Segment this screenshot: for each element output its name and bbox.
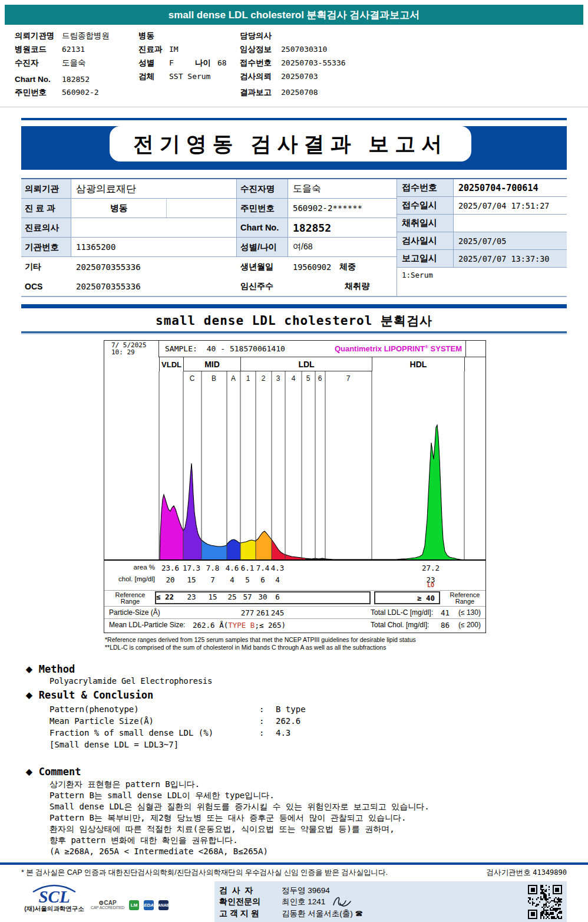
- field-value: 도을숙: [62, 58, 86, 68]
- svg-text:2: 2: [262, 374, 266, 383]
- report-title-bar: small dense LDL cholesterol 분획검사 검사결과보고서: [5, 5, 583, 25]
- area-value-hdl: 27.2: [417, 564, 444, 572]
- lm-cert-logo: LM: [129, 900, 139, 910]
- staff-list: 검 사 자 정두영 39694 확인전문의 최인호 1241 고 객 지 원 김…: [219, 884, 523, 920]
- comment-line: 향후 pattern 변화에 대한 확인을 권유합니다.: [49, 835, 588, 846]
- lab-number-value: 41349890: [533, 868, 567, 877]
- banner-title: 전기영동 검사결과 보고서: [133, 130, 448, 158]
- field-label: 병원코드: [15, 44, 62, 55]
- field-label: 나이: [195, 58, 217, 68]
- row-label: chol. [mg/dl]: [105, 575, 155, 582]
- svg-text:4: 4: [292, 374, 296, 383]
- cell-value: 11365200: [71, 238, 237, 256]
- field-value: 20250703-55336: [281, 58, 346, 67]
- diamond-icon: ◆: [26, 690, 32, 700]
- svg-text:6: 6: [318, 374, 322, 383]
- footer-logos: SCL (재)서울의과학연구소 ⚙CAP CAP ACCREDITED LM E…: [21, 881, 209, 922]
- cell-label: 검사일시: [397, 232, 454, 249]
- band-label-hdl: HDL: [372, 357, 464, 371]
- cell-label: OCS: [21, 276, 71, 296]
- certification-badges: ⚙CAP CAP ACCREDITED LM EDA ANAB: [91, 900, 169, 910]
- field-label: 병동: [138, 31, 169, 41]
- table-row: 진 료 과 병동 주민번호 560902-2******: [21, 199, 397, 218]
- cell-value: 2025/07/05: [454, 232, 567, 249]
- svg-text:3: 3: [276, 374, 280, 383]
- chol-row: chol. [mg/dl] 20 15 7 4 5 6 4 23 LO: [104, 574, 485, 590]
- cell-value: 도을숙: [288, 179, 397, 198]
- cell-label: 체중: [339, 262, 356, 272]
- chart-band-header: VLDL MID LDL HDL: [104, 357, 485, 371]
- sample-label: SAMPLE:: [165, 344, 197, 353]
- type-flag: TYPE B: [228, 621, 255, 630]
- cell-value: 병동: [71, 199, 167, 218]
- field-label: 의뢰기관명: [15, 31, 62, 41]
- cell-value: 19560902: [293, 262, 331, 272]
- cell-label: Chart No.: [237, 218, 288, 237]
- comment-line: Small dense LDL은 심혈관 질환의 위험도를 증가시킬 수 있는 …: [49, 801, 588, 812]
- comment-line: 상기환자 표현형은 pattern B입니다.: [49, 779, 588, 790]
- staff-label: 검 사 자: [219, 885, 276, 896]
- patient-info-col1: 의뢰기관명드림종합병원 병원코드62131 수진자도을숙 Chart No.18…: [15, 31, 138, 101]
- table-row: 진료의사 Chart No. 182852: [21, 218, 397, 238]
- cell-label: 주민번호: [237, 199, 288, 218]
- chart-stats: area % 23.6 17.3 7.8 4.6 6.1 7.4 4.3 27.…: [104, 562, 485, 633]
- svg-text:C: C: [190, 374, 195, 383]
- mean-size-value: 262.6 Å(TYPE B;≤ 265): [193, 621, 286, 630]
- band-label-ldl: LDL: [240, 357, 372, 371]
- total-ldl-value: 41: [432, 608, 450, 617]
- field-label: 임상정보: [240, 44, 281, 55]
- lipoprint-chart: 7/ 5/2025 10: 29 SAMPLE: 40 - 5185700614…: [104, 340, 486, 633]
- field-value: 68: [217, 58, 227, 67]
- heading-text: Comment: [39, 766, 81, 778]
- band-tail-cell: [464, 357, 485, 371]
- section-divider: [21, 304, 567, 308]
- cell-label: 의뢰기관: [21, 179, 71, 198]
- low-flag: LO: [417, 582, 444, 588]
- comment-line: Pattern B는 복부비만, 제2형 당뇨병 또는 대사 증후군 등에서 많…: [49, 812, 588, 824]
- staff-box: 검 사 자 정두영 39694 확인전문의 최인호 1241 고 객 지 원 김…: [214, 881, 567, 922]
- cell-label: 접수번호: [397, 179, 454, 196]
- result-note: [Small dense LDL = LDL3~7]: [49, 739, 588, 750]
- chart-datetime: 7/ 5/2025 10: 29: [104, 341, 159, 357]
- table-row: OCS 2025070355336 임신주수 채취량: [21, 276, 397, 296]
- cell-value: [71, 218, 237, 237]
- staff-row: 고 객 지 원 김동환 서울서초(출) ☎: [219, 908, 523, 919]
- result-row: Fraction % of small dense LDL (%) : 4.3: [49, 727, 588, 739]
- patient-info-col3: 담당의사 임상정보2507030310 접수번호20250703-55336 검…: [240, 31, 493, 101]
- cell-value: [454, 215, 567, 232]
- scl-logo-block: SCL (재)서울의과학연구소: [21, 884, 87, 913]
- cell-label: 진료의사: [21, 218, 71, 237]
- field-value: 드림종합병원: [62, 31, 110, 41]
- result-label: Mean Particle Size(Å): [49, 715, 259, 727]
- diamond-icon: ◆: [26, 664, 32, 674]
- band-label-mid: MID: [183, 357, 240, 371]
- area-value: 4.3: [264, 564, 291, 572]
- colon: :: [259, 727, 276, 739]
- certification-row: * 본 검사실은 CAP 인증과 대한진단검사의학회/진단검사의학재단의 우수검…: [21, 868, 567, 878]
- svg-text:5: 5: [306, 374, 310, 383]
- patient-info-col2: 병동 진료과IM 성별 F 나이 68 검체SST Serum: [138, 31, 240, 101]
- ref-value: 6: [264, 592, 291, 601]
- divider-line: [21, 118, 567, 120]
- cell-value: 182852: [288, 218, 397, 237]
- cell-label: 채취량: [345, 281, 369, 292]
- ref-label-line2: Range: [121, 598, 140, 605]
- field-value: 62131: [62, 45, 85, 54]
- cell-label: 접수일시: [397, 197, 454, 214]
- cell-label: 진 료 과: [21, 199, 71, 218]
- brand-suffix: SYSTEM: [428, 344, 462, 353]
- brand-name: Quantimetrix LIPOPRINT: [335, 344, 425, 353]
- result-heading: ◆ Result & Conclusion: [26, 689, 588, 701]
- method-body: Polyacrylamide Gel Electrophoresis: [49, 676, 588, 686]
- comment-heading: ◆ Comment: [26, 766, 588, 778]
- cell-value: 2025070355336: [71, 276, 237, 296]
- comment-line: Pattern B는 small dense LDL이 우세한 type입니다.: [49, 790, 588, 801]
- staff-value: 정두영 39694: [282, 885, 330, 896]
- footnote: *Reference ranges derived from 125 serum…: [105, 636, 588, 644]
- svg-text:1: 1: [246, 374, 250, 383]
- staff-label: 고 객 지 원: [219, 908, 276, 919]
- field-value: IM: [169, 45, 179, 54]
- field-label: 검사의뢰: [240, 71, 281, 82]
- result-label: Pattern(phenotype): [49, 703, 259, 715]
- total-chol-label: Total Chol. [mg/dl]:: [371, 621, 429, 629]
